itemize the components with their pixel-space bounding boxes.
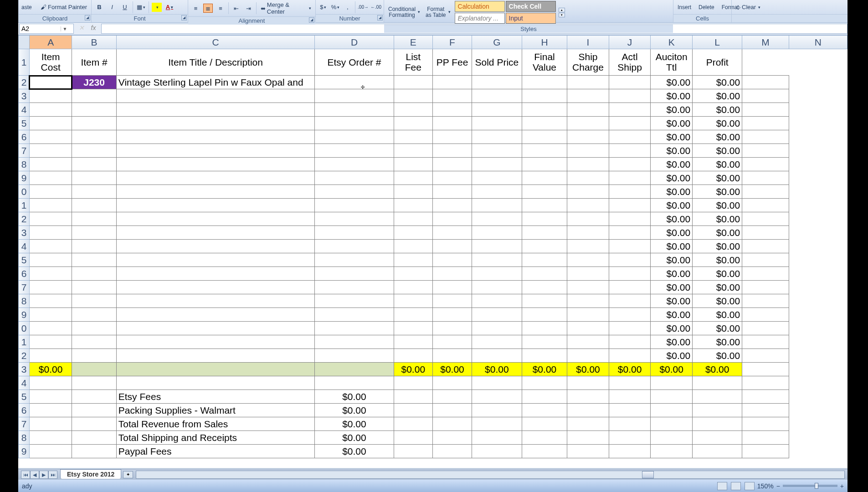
cell[interactable] xyxy=(116,130,315,144)
row-header[interactable]: 5 xyxy=(19,390,30,404)
cell[interactable] xyxy=(742,376,789,390)
horizontal-scrollbar[interactable] xyxy=(136,471,845,479)
header-cell[interactable]: Ship Charge xyxy=(567,49,609,76)
cell[interactable] xyxy=(72,404,116,417)
cell[interactable] xyxy=(394,335,433,349)
column-header[interactable]: N xyxy=(789,36,847,49)
cell[interactable] xyxy=(609,226,650,240)
cell[interactable] xyxy=(609,417,650,431)
cell[interactable] xyxy=(472,376,522,390)
cell[interactable]: $0.00 xyxy=(522,363,567,376)
cell[interactable] xyxy=(567,417,609,431)
name-box[interactable]: ▼ xyxy=(19,24,74,34)
cell[interactable]: $0.00 xyxy=(693,199,742,212)
cell[interactable] xyxy=(742,185,789,199)
summary-value[interactable]: $0.00 xyxy=(315,445,394,458)
cell[interactable]: $0.00 xyxy=(651,199,693,212)
cell[interactable] xyxy=(522,226,567,240)
cell[interactable] xyxy=(472,322,522,335)
cell[interactable] xyxy=(609,431,650,445)
row-header[interactable]: 7 xyxy=(19,144,30,158)
cell[interactable]: $0.00 xyxy=(651,267,693,281)
cell[interactable] xyxy=(522,199,567,212)
cell[interactable] xyxy=(315,335,394,349)
cell[interactable] xyxy=(609,89,650,103)
row-header[interactable]: 3 xyxy=(19,89,30,103)
font-expand-icon[interactable]: ◢ xyxy=(181,15,187,20)
insert-button[interactable]: Insert xyxy=(676,4,693,11)
row-header[interactable]: 1 xyxy=(19,335,30,349)
cell[interactable] xyxy=(116,308,315,322)
cell[interactable] xyxy=(116,335,315,349)
cell[interactable]: $0.00 xyxy=(693,130,742,144)
cell[interactable] xyxy=(567,281,609,294)
cell[interactable] xyxy=(609,158,650,171)
cell[interactable] xyxy=(472,308,522,322)
cell[interactable] xyxy=(315,308,394,322)
cell[interactable] xyxy=(394,267,433,281)
cell[interactable]: $0.00 xyxy=(651,212,693,226)
style-scroll[interactable]: ▴▾ xyxy=(559,8,565,17)
cell[interactable] xyxy=(609,185,650,199)
column-header[interactable]: G xyxy=(472,36,522,49)
cell[interactable] xyxy=(433,212,472,226)
cell[interactable] xyxy=(116,281,315,294)
cell[interactable] xyxy=(72,171,116,185)
merge-center-button[interactable]: ⬌ Merge & Center xyxy=(259,1,313,15)
cell[interactable] xyxy=(29,199,72,212)
cell[interactable] xyxy=(567,144,609,158)
cell[interactable] xyxy=(72,89,116,103)
cancel-formula-icon[interactable]: ✕ xyxy=(77,24,87,33)
cell[interactable] xyxy=(742,226,789,240)
column-header[interactable]: E xyxy=(394,36,433,49)
cell[interactable] xyxy=(651,417,693,431)
cell[interactable] xyxy=(394,253,433,267)
cell[interactable] xyxy=(116,240,315,253)
cell[interactable] xyxy=(433,171,472,185)
cell[interactable] xyxy=(72,431,116,445)
tab-nav[interactable]: ⏮ ◀ ▶ ⏭ xyxy=(21,471,57,479)
cell[interactable] xyxy=(29,171,72,185)
row-header[interactable]: 8 xyxy=(19,431,30,445)
cell[interactable] xyxy=(609,117,650,130)
cell[interactable] xyxy=(72,376,116,390)
cell[interactable] xyxy=(567,431,609,445)
cell[interactable] xyxy=(72,130,116,144)
cell[interactable]: $0.00 xyxy=(651,117,693,130)
cell[interactable] xyxy=(394,144,433,158)
accounting-format-button[interactable]: $ xyxy=(318,3,328,12)
cell[interactable] xyxy=(315,158,394,171)
cell[interactable] xyxy=(567,76,609,89)
cell[interactable] xyxy=(394,171,433,185)
cell[interactable] xyxy=(29,281,72,294)
cell[interactable] xyxy=(433,199,472,212)
summary-value[interactable]: $0.00 xyxy=(315,431,394,445)
cell[interactable] xyxy=(567,89,609,103)
cell[interactable] xyxy=(472,130,522,144)
cell[interactable] xyxy=(29,103,72,117)
clear-button[interactable]: ◇ Clear xyxy=(734,3,762,11)
cell[interactable] xyxy=(567,117,609,130)
cell[interactable] xyxy=(394,431,433,445)
delete-button[interactable]: Delete xyxy=(697,4,716,11)
column-header[interactable]: F xyxy=(433,36,472,49)
cell[interactable] xyxy=(433,417,472,431)
cell[interactable] xyxy=(116,171,315,185)
cell[interactable] xyxy=(433,130,472,144)
cell[interactable]: $0.00 xyxy=(693,103,742,117)
cell[interactable] xyxy=(29,158,72,171)
cell[interactable] xyxy=(433,390,472,404)
cell[interactable] xyxy=(72,308,116,322)
comma-button[interactable]: , xyxy=(343,3,352,12)
cell[interactable]: $0.00 xyxy=(472,363,522,376)
cell[interactable] xyxy=(394,199,433,212)
cell[interactable] xyxy=(693,445,742,458)
row-header[interactable]: 9 xyxy=(19,171,30,185)
column-header[interactable]: C xyxy=(116,36,315,49)
cell[interactable]: $0.00 xyxy=(693,89,742,103)
cell[interactable] xyxy=(315,171,394,185)
alignment-expand-icon[interactable]: ◢ xyxy=(309,17,314,23)
cell[interactable]: $0.00 xyxy=(651,363,693,376)
column-header[interactable]: A xyxy=(29,36,72,49)
cell[interactable] xyxy=(433,117,472,130)
